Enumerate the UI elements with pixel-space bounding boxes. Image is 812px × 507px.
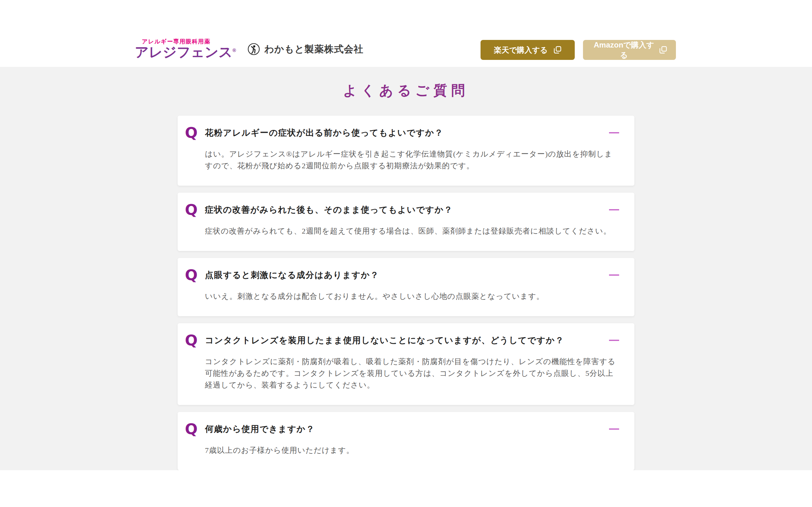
faq-card: Q 何歳から使用できますか？ 7歳以上のお子様から使用いただけます。 [177, 412, 635, 470]
faq-question: 点眼すると刺激になる成分はありますか？ [205, 269, 379, 281]
q-mark: Q [183, 125, 199, 140]
bottom-spacer [0, 470, 812, 507]
brand-logo[interactable]: アレルギー専用眼科用薬 アレジフェンス® [135, 39, 236, 60]
header-buttons: 楽天で購入する Amazonで購入する [480, 40, 676, 60]
amazon-buy-button[interactable]: Amazonで購入する [583, 40, 676, 60]
minus-icon[interactable] [609, 340, 619, 341]
faq-card: Q 点眼すると刺激になる成分はありますか？ いいえ。刺激となる成分は配合しており… [177, 258, 635, 316]
faq-section: よくあるご質問 Q 花粉アレルギーの症状が出る前から使ってもよいですか？ はい。… [0, 67, 812, 470]
faq-answer: はい。アレジフェンス®はアレルギー症状を引き起こす化学伝達物質(ケミカルメディエ… [205, 148, 619, 172]
faq-card: Q コンタクトレンズを装用したまま使用しないことになっていますが、どうしてですか… [177, 323, 635, 405]
faq-question-row[interactable]: Q コンタクトレンズを装用したまま使用しないことになっていますが、どうしてですか… [183, 333, 619, 348]
page-title: よくあるご質問 [0, 81, 812, 100]
registered-mark: ® [233, 47, 236, 53]
faq-answer: 7歳以上のお子様から使用いただけます。 [205, 445, 619, 456]
faq-question: コンタクトレンズを装用したまま使用しないことになっていますが、どうしてですか？ [205, 335, 564, 346]
faq-question: 花粉アレルギーの症状が出る前から使ってもよいですか？ [205, 127, 444, 138]
brand-logotype: アレジフェンス® [135, 44, 236, 60]
site-header: アレルギー専用眼科用薬 アレジフェンス® わかもと製薬株式会社 楽天で購入する … [0, 0, 812, 67]
q-mark: Q [183, 268, 199, 282]
company-logo[interactable]: わかもと製薬株式会社 [247, 43, 363, 56]
brand-area: アレルギー専用眼科用薬 アレジフェンス® わかもと製薬株式会社 [135, 39, 363, 60]
faq-question-row[interactable]: Q 花粉アレルギーの症状が出る前から使ってもよいですか？ [183, 125, 619, 140]
minus-icon[interactable] [609, 429, 619, 430]
minus-icon[interactable] [609, 274, 619, 276]
faq-question-row[interactable]: Q 点眼すると刺激になる成分はありますか？ [183, 268, 619, 282]
minus-icon[interactable] [609, 209, 619, 210]
external-copy-icon [659, 46, 667, 54]
amazon-buy-label: Amazonで購入する [592, 40, 656, 60]
rakuten-buy-button[interactable]: 楽天で購入する [480, 40, 575, 60]
external-copy-icon [554, 46, 561, 54]
minus-icon[interactable] [609, 132, 619, 133]
faq-question-row[interactable]: Q 症状の改善がみられた後も、そのまま使ってもよいですか？ [183, 202, 619, 217]
company-name: わかもと製薬株式会社 [264, 43, 363, 56]
faq-list: Q 花粉アレルギーの症状が出る前から使ってもよいですか？ はい。アレジフェンス®… [177, 116, 635, 470]
wakamoto-figure-icon [247, 43, 260, 55]
q-mark: Q [183, 333, 199, 348]
faq-question: 症状の改善がみられた後も、そのまま使ってもよいですか？ [205, 204, 453, 216]
faq-question-row[interactable]: Q 何歳から使用できますか？ [183, 421, 619, 436]
q-mark: Q [183, 421, 199, 436]
faq-answer: コンタクトレンズに薬剤・防腐剤が吸着し、吸着した薬剤・防腐剤が目を傷つけたり、レ… [205, 356, 619, 391]
faq-card: Q 症状の改善がみられた後も、そのまま使ってもよいですか？ 症状の改善がみられて… [177, 193, 635, 251]
q-mark: Q [183, 202, 199, 217]
rakuten-buy-label: 楽天で購入する [494, 45, 548, 55]
faq-answer: 症状の改善がみられても、2週間を超えて使用する場合は、医師、薬剤師または登録販売… [205, 225, 619, 237]
faq-card: Q 花粉アレルギーの症状が出る前から使ってもよいですか？ はい。アレジフェンス®… [177, 116, 635, 186]
faq-answer: いいえ。刺激となる成分は配合しておりません。やさしいさし心地の点眼薬となっていま… [205, 291, 619, 302]
brand-tagline: アレルギー専用眼科用薬 [135, 39, 236, 44]
faq-question: 何歳から使用できますか？ [205, 424, 315, 435]
